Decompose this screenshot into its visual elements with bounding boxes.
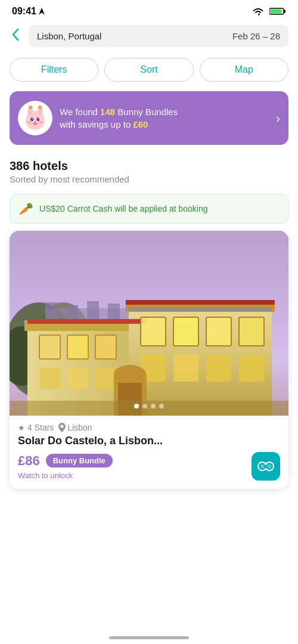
bunny-banner-text: We found 148 Bunny Bundles with savings … bbox=[60, 106, 269, 131]
sorted-by-label: Sorted by most recommended bbox=[10, 174, 288, 184]
svg-point-67 bbox=[260, 465, 265, 469]
watch-unlock-text: Watch to unlock bbox=[18, 471, 113, 480]
battery-icon bbox=[269, 7, 286, 16]
svg-rect-44 bbox=[95, 368, 116, 389]
svg-rect-28 bbox=[108, 304, 120, 320]
svg-point-19 bbox=[35, 122, 36, 123]
carrot-cash-text: US$20 Carrot Cash will be applied at boo… bbox=[39, 204, 208, 213]
location-label: Lisbon bbox=[58, 423, 92, 432]
svg-point-8 bbox=[38, 109, 42, 116]
sort-button[interactable]: Sort bbox=[104, 58, 193, 82]
search-input[interactable]: Lisbon, Portugal Feb 26 – 28 bbox=[29, 25, 288, 47]
dot-1 bbox=[134, 404, 139, 408]
svg-point-12 bbox=[39, 107, 41, 109]
status-bar: 09:41 bbox=[0, 0, 298, 20]
svg-rect-42 bbox=[39, 368, 60, 389]
svg-point-13 bbox=[31, 117, 34, 121]
svg-point-16 bbox=[38, 118, 39, 119]
dot-2 bbox=[142, 404, 147, 408]
svg-rect-55 bbox=[206, 355, 231, 382]
svg-rect-48 bbox=[239, 317, 264, 346]
svg-rect-37 bbox=[67, 335, 88, 359]
hotel-image-svg bbox=[10, 231, 288, 416]
svg-point-63 bbox=[61, 425, 64, 428]
svg-rect-56 bbox=[239, 355, 264, 382]
svg-marker-0 bbox=[39, 8, 45, 15]
location-arrow-icon bbox=[39, 8, 45, 15]
hotel-name: Solar Do Castelo, a Lisbon... bbox=[18, 435, 280, 447]
svg-rect-2 bbox=[284, 10, 286, 13]
svg-rect-54 bbox=[173, 355, 198, 382]
hotel-count-section: 386 hotels Sorted by most recommended bbox=[0, 152, 298, 187]
bunny-banner-chevron-icon: › bbox=[276, 112, 280, 125]
dot-4 bbox=[159, 404, 164, 408]
time-display: 09:41 bbox=[12, 6, 36, 17]
svg-rect-35 bbox=[126, 300, 275, 305]
hotel-location-text: Lisbon bbox=[67, 423, 92, 432]
svg-point-14 bbox=[37, 117, 40, 121]
back-button[interactable] bbox=[10, 26, 21, 47]
status-time: 09:41 bbox=[12, 6, 45, 17]
map-button[interactable]: Map bbox=[200, 58, 288, 82]
deal-icon-button[interactable] bbox=[252, 452, 280, 481]
star-icon: ★ bbox=[18, 423, 25, 432]
svg-rect-38 bbox=[95, 335, 116, 359]
svg-point-15 bbox=[32, 118, 33, 119]
binoculars-icon bbox=[257, 460, 274, 472]
svg-rect-45 bbox=[141, 317, 166, 346]
hotel-meta: ★ 4 Stars Lisbon bbox=[18, 423, 280, 432]
svg-point-6 bbox=[29, 109, 32, 116]
filters-button[interactable]: Filters bbox=[10, 58, 98, 82]
hotel-count: 386 hotels bbox=[10, 159, 288, 173]
svg-rect-36 bbox=[39, 335, 60, 359]
svg-rect-25 bbox=[45, 302, 57, 320]
bunny-badge: Bunny Bundle bbox=[46, 454, 113, 467]
search-location: Lisbon, Portugal bbox=[37, 31, 101, 41]
bunny-avatar bbox=[18, 101, 52, 135]
svg-point-18 bbox=[38, 121, 43, 124]
svg-rect-26 bbox=[66, 305, 78, 320]
svg-rect-3 bbox=[271, 10, 282, 14]
svg-point-17 bbox=[27, 121, 32, 124]
hotel-price: £86 bbox=[18, 453, 40, 469]
search-dates: Feb 26 – 28 bbox=[232, 31, 280, 41]
svg-rect-46 bbox=[173, 317, 198, 346]
bunny-face-icon bbox=[22, 105, 48, 131]
svg-point-68 bbox=[268, 465, 272, 469]
svg-rect-62 bbox=[129, 310, 272, 312]
image-dots bbox=[134, 404, 164, 408]
hotel-image bbox=[10, 231, 288, 416]
stars-text: 4 Stars bbox=[27, 423, 54, 432]
wifi-icon bbox=[252, 7, 265, 16]
filter-row: Filters Sort Map bbox=[0, 52, 298, 89]
svg-rect-47 bbox=[206, 317, 231, 346]
carrot-icon: 🥕 bbox=[18, 202, 33, 216]
svg-rect-27 bbox=[87, 301, 99, 319]
price-left: £86 Bunny Bundle bbox=[18, 453, 113, 469]
pin-icon bbox=[58, 423, 66, 432]
svg-rect-34 bbox=[27, 319, 147, 324]
hotel-info: ★ 4 Stars Lisbon Solar Do Castelo, a Lis… bbox=[10, 416, 288, 489]
carrot-cash-banner: 🥕 US$20 Carrot Cash will be applied at b… bbox=[10, 194, 288, 224]
stars-label: ★ 4 Stars bbox=[18, 423, 54, 432]
svg-rect-69 bbox=[265, 463, 267, 465]
dot-3 bbox=[151, 404, 156, 408]
home-indicator bbox=[109, 636, 189, 639]
svg-rect-43 bbox=[67, 368, 88, 389]
hotel-card[interactable]: ★ 4 Stars Lisbon Solar Do Castelo, a Lis… bbox=[10, 231, 288, 489]
hotel-price-row: £86 Bunny Bundle Watch to unlock bbox=[18, 452, 280, 481]
bunny-banner[interactable]: We found 148 Bunny Bundles with savings … bbox=[10, 91, 288, 145]
status-icons bbox=[252, 7, 286, 16]
svg-point-58 bbox=[114, 365, 146, 383]
svg-point-11 bbox=[30, 107, 32, 109]
search-bar: Lisbon, Portugal Feb 26 – 28 bbox=[0, 20, 298, 52]
